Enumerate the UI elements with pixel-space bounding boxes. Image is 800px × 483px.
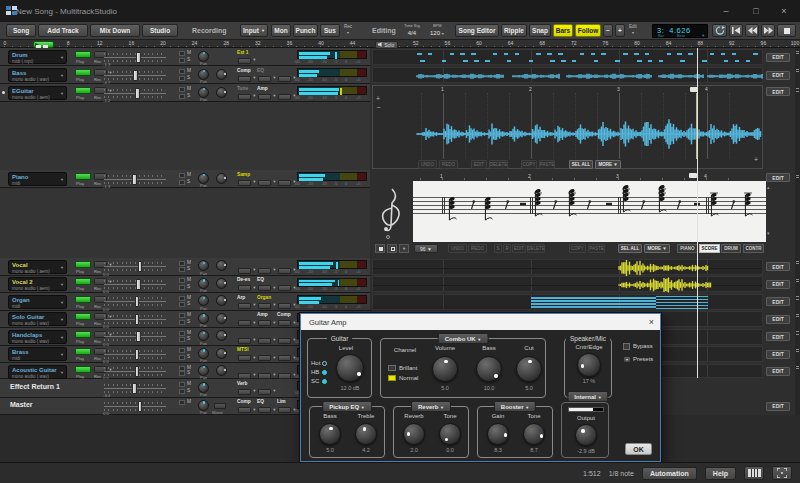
editor-button-undo[interactable]: UNDO — [418, 160, 437, 169]
row-resize-handle[interactable] — [796, 314, 800, 319]
input-dropdown[interactable]: Input▼ — [240, 24, 268, 37]
note-tool-filled[interactable] — [375, 244, 385, 253]
score-button-copy[interactable]: COPY — [569, 244, 586, 253]
editor-button-redo[interactable]: REDO — [439, 160, 458, 169]
effect-slot-button[interactable] — [258, 303, 271, 309]
row-resize-handle[interactable] — [796, 69, 800, 74]
effect-slot-button[interactable] — [258, 355, 271, 361]
track-name-box[interactable]: Pianomidi▼ — [8, 172, 67, 186]
editor-button-edit[interactable]: EDIT — [471, 160, 487, 169]
track-name-box[interactable]: Organmidi▼ — [8, 295, 67, 309]
score-tab-contr[interactable]: CONTR — [743, 244, 764, 253]
score-button-delete[interactable]: DELETE — [527, 244, 545, 253]
effect-slot-button[interactable] — [238, 58, 251, 64]
play-enable-button[interactable] — [75, 331, 91, 338]
pan-knob[interactable] — [198, 295, 209, 306]
piano-edit-button[interactable]: EDIT — [766, 173, 790, 182]
solo-button[interactable] — [179, 76, 185, 81]
effect-slot-button[interactable] — [238, 303, 251, 309]
score-button-edit[interactable]: EDIT — [512, 244, 526, 253]
note-tool-hollow[interactable] — [387, 244, 397, 253]
effect-slot-button[interactable] — [238, 320, 251, 326]
brillant-checkbox[interactable] — [388, 365, 396, 371]
dialog-close-icon[interactable]: × — [649, 317, 654, 327]
pan-knob[interactable] — [198, 400, 209, 411]
play-enable-button[interactable] — [75, 261, 91, 268]
track-edit-button[interactable]: EDIT — [766, 71, 790, 80]
volume-fader[interactable] — [135, 349, 140, 360]
effect-slot-button[interactable] — [278, 94, 291, 100]
punch-out-marker[interactable] — [43, 45, 48, 49]
pickup-bass-knob[interactable] — [319, 423, 341, 445]
sus-button[interactable]: Sus — [320, 24, 340, 37]
pan-knob[interactable] — [198, 260, 209, 271]
effect-slot-button[interactable] — [258, 76, 271, 82]
midi-keyboard-button[interactable] — [744, 466, 764, 480]
mono-button[interactable] — [214, 403, 226, 409]
send-knob[interactable] — [216, 348, 227, 359]
cut-knob[interactable] — [516, 356, 542, 382]
volume-fader[interactable] — [138, 401, 143, 412]
edit-dropdown[interactable]: Edit▼ — [629, 24, 637, 37]
volume-fader[interactable] — [135, 366, 140, 377]
bpm-control[interactable]: BPM120 ▼ — [430, 23, 444, 38]
volume-fader[interactable] — [133, 70, 138, 81]
score-sel-all-button[interactable]: SEL ALL — [618, 244, 642, 253]
pan-knob[interactable] — [198, 382, 209, 393]
effect-slot-arrow[interactable]: ▼ — [253, 389, 257, 393]
effect-slot-button[interactable] — [258, 285, 271, 291]
dialog-title-bar[interactable]: Guitar Amp × — [301, 314, 660, 330]
effect-slot-arrow[interactable]: ▼ — [253, 373, 257, 377]
solo-button[interactable] — [179, 94, 185, 99]
mute-button[interactable] — [179, 173, 185, 178]
row-resize-handle[interactable] — [796, 261, 800, 266]
timeline-ruler[interactable] — [0, 40, 800, 48]
fast-forward-button[interactable] — [761, 24, 775, 37]
effect-slot-button[interactable] — [238, 180, 251, 186]
effect-slot-button[interactable] — [238, 338, 251, 344]
effect-slot-arrow[interactable]: ▼ — [273, 356, 277, 360]
add-track-button[interactable]: Add Track — [38, 24, 88, 37]
effect-slot-arrow[interactable]: ▼ — [273, 180, 277, 184]
pan-knob[interactable] — [198, 365, 209, 376]
presets-dropdown[interactable]: ▼ — [623, 356, 631, 363]
effect-slot-button[interactable] — [258, 94, 271, 100]
mute-button[interactable] — [179, 400, 185, 405]
skip-start-button[interactable] — [729, 24, 743, 37]
rewind-button[interactable] — [745, 24, 759, 37]
sel-all-button[interactable]: SEL ALL — [569, 160, 593, 169]
mon-button[interactable]: Mon — [271, 24, 291, 37]
reverb-dropdown[interactable]: Reverb ▼ — [411, 401, 451, 412]
effect-slot-button[interactable] — [258, 268, 271, 274]
score-button-paste[interactable]: PASTE — [588, 244, 605, 253]
reverb-knob[interactable] — [403, 423, 425, 445]
send-knob[interactable] — [216, 69, 227, 80]
play-enable-button[interactable] — [75, 296, 91, 303]
track-name-box[interactable]: Vocalmono audio (.aem)▼ — [8, 260, 67, 274]
send-knob[interactable] — [216, 330, 227, 341]
track-menu-arrow[interactable]: ▼ — [60, 73, 64, 78]
track-name-box[interactable]: Drummidi (.mpt)▼ — [8, 50, 67, 64]
track-name-box[interactable]: EGuitarmono audio (.aem)▼ — [8, 86, 67, 100]
track-editor[interactable] — [372, 49, 763, 66]
studio-button[interactable]: Studio — [142, 24, 178, 37]
effect-slot-button[interactable] — [278, 320, 291, 326]
pan-knob[interactable] — [198, 69, 209, 80]
mute-button[interactable] — [179, 87, 185, 92]
send-knob[interactable] — [216, 173, 227, 184]
score-more-button[interactable]: MORE ▼ — [644, 244, 670, 253]
effect-slot-button[interactable] — [278, 303, 291, 309]
solo-button[interactable] — [179, 337, 185, 342]
effect-slot-button[interactable] — [238, 389, 251, 395]
effect-slot-arrow[interactable]: ▼ — [273, 408, 277, 412]
punch-in-marker[interactable] — [36, 45, 41, 49]
row-resize-handle[interactable] — [796, 51, 800, 56]
pan-knob[interactable] — [198, 87, 209, 98]
track-menu-arrow[interactable]: ▼ — [60, 300, 64, 305]
send-knob[interactable] — [216, 87, 227, 98]
solo-button[interactable] — [179, 371, 185, 376]
hb-radio[interactable] — [322, 370, 327, 375]
effect-slot-button[interactable] — [258, 389, 271, 395]
track-menu-arrow[interactable]: ▼ — [60, 352, 64, 357]
pan-knob[interactable] — [198, 278, 209, 289]
